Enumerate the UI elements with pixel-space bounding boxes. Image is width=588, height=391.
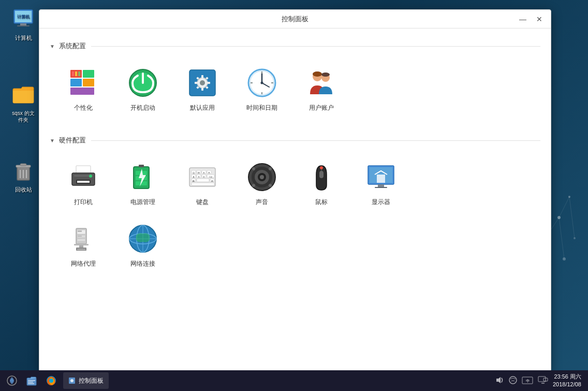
svg-rect-107 — [375, 187, 387, 188]
system-config-title: 系统配置 — [59, 41, 86, 51]
firefox-icon — [46, 375, 57, 386]
taskbar-file-manager[interactable] — [22, 372, 41, 389]
panel-item-keyboard[interactable]: Q W E R A S D Ctrl — [174, 155, 231, 212]
volume-icon — [495, 375, 504, 385]
tray-network-icon[interactable] — [508, 375, 518, 386]
svg-rect-89 — [192, 183, 214, 185]
system-config-header: ▼ 系统配置 — [50, 41, 540, 51]
svg-point-131 — [49, 379, 53, 383]
svg-rect-105 — [377, 175, 385, 183]
svg-point-134 — [509, 376, 517, 384]
tray-keyboard-layout[interactable]: 中 — [522, 375, 533, 386]
svg-rect-63 — [139, 165, 144, 167]
panel-item-network-proxy[interactable]: 网络代理 — [55, 217, 112, 273]
svg-rect-18 — [20, 164, 26, 166]
svg-text:计算机: 计算机 — [17, 15, 30, 19]
panel-item-startup[interactable]: 开机启动 — [114, 61, 171, 118]
svg-rect-115 — [79, 245, 83, 248]
power-label: 电源管理 — [130, 198, 155, 207]
start-icon: A — [6, 375, 18, 386]
svg-rect-114 — [74, 244, 89, 245]
desktop-icon-trash[interactable]: 回收站 — [3, 157, 44, 196]
computer-icon: 计算机 — [11, 8, 36, 33]
svg-text:E: E — [203, 171, 205, 174]
svg-point-101 — [320, 166, 323, 169]
system-config-grid: 个性化 开机启动 — [50, 56, 540, 128]
users-label: 用户账户 — [309, 104, 334, 112]
taskbar-clock[interactable]: 23:56 周六 2018/12/08 — [553, 373, 581, 389]
hardware-network-grid: 网络代理 网络连接 — [50, 217, 540, 284]
users-icon — [305, 66, 338, 99]
window-titlebar: 控制面板 — ✕ — [39, 10, 551, 28]
desktop-icon-folder[interactable]: sqsx 的文件夹 — [3, 81, 44, 126]
svg-rect-111 — [77, 239, 85, 241]
window-controls: — ✕ — [517, 13, 546, 25]
network-proxy-label: 网络代理 — [71, 259, 96, 268]
svg-text:A: A — [10, 379, 13, 384]
svg-rect-27 — [72, 71, 74, 76]
taskbar-active-window[interactable]: 控制面板 — [63, 372, 109, 389]
svg-rect-28 — [75, 71, 77, 76]
system-tray: 中 23:56 周六 2018/12/08 — [495, 373, 585, 389]
svg-rect-37 — [195, 82, 198, 84]
printer-icon — [67, 161, 100, 194]
panel-item-display[interactable]: 显示器 — [352, 155, 409, 212]
svg-point-55 — [321, 73, 330, 77]
panel-item-sound[interactable]: 声音 — [233, 155, 290, 212]
taskbar-start-button[interactable]: A — [3, 372, 21, 389]
svg-text:Ctrl: Ctrl — [209, 176, 212, 178]
svg-rect-36 — [201, 88, 203, 91]
startup-icon — [126, 66, 159, 99]
taskbar-pinned-apps — [22, 372, 61, 389]
network-connect-icon — [126, 222, 159, 255]
system-arrow-icon[interactable]: ▼ — [50, 44, 55, 49]
svg-rect-13 — [20, 23, 26, 25]
hardware-config-title: 硬件配置 — [59, 136, 86, 145]
minimize-button[interactable]: — — [517, 13, 529, 25]
svg-text:W: W — [198, 171, 200, 174]
svg-point-98 — [269, 184, 272, 187]
panel-item-personalize[interactable]: 个性化 — [55, 61, 112, 118]
close-button[interactable]: ✕ — [533, 13, 546, 25]
panel-item-users[interactable]: 用户账户 — [293, 61, 350, 118]
keyboard-label: 键盘 — [196, 198, 209, 207]
panel-item-default-apps[interactable]: 默认应用 — [174, 61, 231, 118]
svg-rect-128 — [28, 382, 33, 383]
svg-point-96 — [269, 167, 272, 170]
personalize-label: 个性化 — [74, 104, 93, 112]
tray-volume-icon[interactable] — [495, 375, 504, 386]
panel-item-datetime[interactable]: 时间和日期 — [233, 61, 290, 118]
hardware-section-line — [91, 140, 540, 141]
panel-item-printer[interactable]: 打印机 — [55, 155, 112, 212]
tray-screen-icon[interactable] — [537, 375, 549, 386]
svg-text:A: A — [193, 176, 195, 178]
display-icon — [364, 161, 398, 194]
svg-point-47 — [261, 82, 263, 84]
datetime-label: 时间和日期 — [246, 104, 277, 112]
panel-item-mouse[interactable]: 鼠标 — [293, 155, 350, 212]
taskbar-firefox[interactable] — [42, 372, 61, 389]
svg-rect-35 — [201, 75, 203, 78]
svg-rect-26 — [70, 88, 94, 95]
svg-rect-138 — [541, 383, 545, 384]
svg-rect-113 — [78, 236, 82, 237]
trash-icon — [11, 160, 36, 184]
svg-point-61 — [89, 175, 92, 178]
svg-rect-100 — [319, 171, 324, 178]
file-manager-icon — [26, 375, 37, 386]
svg-point-133 — [70, 379, 74, 382]
hardware-config-grid: 打印机 — [50, 150, 540, 222]
window-title: 控制面板 — [282, 15, 308, 24]
svg-point-95 — [252, 167, 255, 170]
mouse-label: 鼠标 — [315, 198, 328, 207]
hardware-arrow-icon[interactable]: ▼ — [50, 138, 55, 143]
system-section-line — [91, 46, 540, 47]
power-icon — [126, 161, 159, 194]
personalize-icon — [67, 66, 100, 99]
control-panel-task-icon — [68, 377, 76, 384]
panel-item-network-connect[interactable]: 网络连接 — [114, 217, 171, 273]
panel-item-power[interactable]: 电源管理 — [114, 155, 171, 212]
svg-text:S: S — [198, 176, 200, 178]
desktop-icon-computer[interactable]: 计算机 计算机 — [3, 5, 44, 45]
svg-rect-117 — [77, 249, 85, 250]
